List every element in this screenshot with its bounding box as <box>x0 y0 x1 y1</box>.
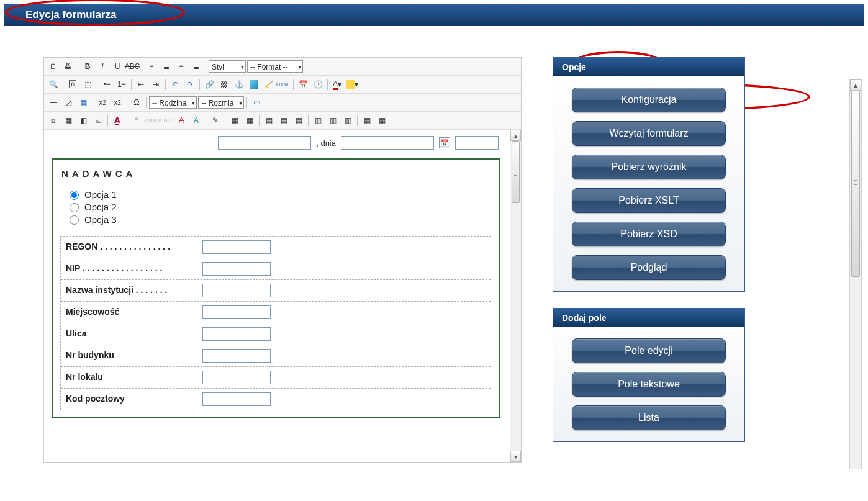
ordered-list-icon[interactable]: 1≡ <box>115 78 129 91</box>
special-char-icon[interactable]: Ω <box>130 96 143 109</box>
redo-icon[interactable]: ↷ <box>183 78 197 91</box>
del-icon[interactable]: A <box>174 114 188 127</box>
table-icon[interactable]: ▦ <box>76 96 90 109</box>
col-after-icon[interactable]: ▥ <box>326 114 340 127</box>
scroll-down-icon[interactable]: ▾ <box>510 451 521 462</box>
row-delete-icon[interactable]: ▤ <box>292 114 305 127</box>
scroll-up-icon[interactable]: ▲ <box>850 79 861 91</box>
layer-icon[interactable]: ▭ <box>250 96 263 109</box>
abbr-icon[interactable]: ABBR <box>145 114 158 127</box>
search-icon[interactable]: 🔍 <box>47 78 60 91</box>
insert-media-icon[interactable]: ▦ <box>61 114 75 127</box>
field-input[interactable] <box>202 262 271 276</box>
superscript-icon[interactable]: x2 <box>111 96 124 109</box>
page-scrollbar[interactable]: ▲ ▼ <box>849 79 862 469</box>
underline-icon[interactable]: U <box>111 60 124 73</box>
unlink-icon[interactable]: ⛓ <box>217 78 231 91</box>
hr-icon[interactable]: — <box>47 96 60 109</box>
italic-icon[interactable]: I <box>96 60 109 73</box>
place-input[interactable] <box>218 136 311 150</box>
page-title: Edycja formularza <box>25 9 116 20</box>
field-input[interactable] <box>202 392 271 406</box>
editor-canvas[interactable]: ▴ ▾ , dnia 📅 NADAWCA Opcja 1Opcja 2Opcja… <box>44 130 521 462</box>
select-rect-icon[interactable]: ⧈ <box>47 114 60 127</box>
eraser-icon[interactable]: ◿ <box>61 96 75 109</box>
bold-icon[interactable]: B <box>81 60 94 73</box>
scroll-up-icon[interactable]: ▴ <box>510 130 521 141</box>
font-family-select[interactable]: -- Rodzina <box>149 96 197 109</box>
editor-scrollbar[interactable]: ▴ ▾ <box>510 130 521 462</box>
acronym-icon[interactable]: A.B.C. <box>160 114 173 127</box>
calendar-icon[interactable]: 📅 <box>439 137 450 148</box>
field-input[interactable] <box>202 371 271 384</box>
field-label: REGON . . . . . . . . . . . . . . . <box>61 237 197 258</box>
new-doc-icon[interactable]: 🗋 <box>47 60 60 73</box>
align-center-icon[interactable]: ≣ <box>160 60 173 73</box>
col-before-icon[interactable]: ▥ <box>311 114 325 127</box>
dodaj-pole-button[interactable]: Pole edycji <box>572 338 726 363</box>
date-input[interactable] <box>341 136 434 150</box>
radio-input[interactable] <box>70 191 79 200</box>
date-extra-input[interactable] <box>455 136 499 150</box>
date-field-icon[interactable]: 📅 <box>296 78 310 91</box>
radio-option[interactable]: Opcja 3 <box>66 214 491 225</box>
radio-option[interactable]: Opcja 1 <box>66 189 491 200</box>
cleanup-icon[interactable]: 🧹 <box>262 78 276 91</box>
opcje-button[interactable]: Pobierz XSD <box>572 222 726 246</box>
radio-option[interactable]: Opcja 2 <box>66 201 491 212</box>
ins-icon[interactable]: A <box>189 114 203 127</box>
opcje-button[interactable]: Konfiguracja <box>572 88 726 112</box>
unordered-list-icon[interactable]: •≡ <box>100 78 114 91</box>
text-color-icon[interactable]: A ▾ <box>330 78 344 91</box>
field-input[interactable] <box>202 305 271 319</box>
edit-attrs-icon[interactable]: ✎ <box>209 114 222 127</box>
col-delete-icon[interactable]: ▥ <box>341 114 355 127</box>
opcje-button[interactable]: Pobierz wyróżnik <box>572 155 726 179</box>
field-input[interactable] <box>202 284 271 297</box>
table-grid-icon[interactable]: ▦ <box>243 114 256 127</box>
undo-icon[interactable]: ↶ <box>168 78 182 91</box>
page-break-icon[interactable]: ⎁ <box>91 114 105 127</box>
strike-icon[interactable]: ABC <box>125 60 139 73</box>
link-icon[interactable]: 🔗 <box>202 78 216 91</box>
cell-merge-icon[interactable]: ▦ <box>375 114 389 127</box>
separator <box>63 79 63 90</box>
align-left-icon[interactable]: ≡ <box>145 60 158 73</box>
html-icon[interactable]: HTML <box>277 78 291 91</box>
subscript-icon[interactable]: x2 <box>96 96 109 109</box>
print-icon[interactable]: 🖶 <box>61 60 75 73</box>
find-replace-icon[interactable]: 🄰 <box>66 78 79 91</box>
indent-icon[interactable]: ⇥ <box>149 78 163 91</box>
insert-object-icon[interactable]: ◧ <box>76 114 90 127</box>
field-input[interactable] <box>202 349 271 363</box>
opcje-button[interactable]: Pobierz XSLT <box>572 188 726 213</box>
image-icon[interactable] <box>247 78 261 91</box>
time-field-icon[interactable]: 🕒 <box>311 78 325 91</box>
align-right-icon[interactable]: ≡ <box>174 60 188 73</box>
anchor-icon[interactable]: ⚓ <box>232 78 246 91</box>
separator <box>357 115 358 126</box>
dodaj-pole-button[interactable]: Pole tekstowe <box>572 372 726 397</box>
select-all-icon[interactable]: ⬚ <box>81 78 94 91</box>
cell-split-icon[interactable]: ▦ <box>360 114 374 127</box>
radio-input[interactable] <box>70 215 79 225</box>
quote-icon[interactable]: ❝ <box>130 114 143 127</box>
font-props-icon[interactable]: A̲ <box>111 114 124 127</box>
scroll-thumb[interactable] <box>851 91 860 277</box>
dodaj-pole-button[interactable]: Lista <box>572 405 726 430</box>
bg-color-icon[interactable]: ▾ <box>345 78 359 91</box>
align-justify-icon[interactable]: ≣ <box>189 60 203 73</box>
field-input[interactable] <box>202 240 271 254</box>
field-input[interactable] <box>202 327 271 341</box>
table-insert-icon[interactable]: ▦ <box>228 114 242 127</box>
opcje-button[interactable]: Wczytaj formularz <box>572 121 726 146</box>
scroll-thumb[interactable] <box>512 141 520 203</box>
outdent-icon[interactable]: ⇤ <box>134 78 148 91</box>
radio-input[interactable] <box>70 203 79 212</box>
opcje-button[interactable]: Podgląd <box>572 255 726 280</box>
row-after-icon[interactable]: ▤ <box>277 114 291 127</box>
format-select[interactable]: -- Format -- <box>247 60 303 73</box>
row-before-icon[interactable]: ▤ <box>262 114 276 127</box>
font-size-select[interactable]: -- Rozmia <box>198 96 244 109</box>
style-select[interactable]: Styl <box>209 60 246 73</box>
